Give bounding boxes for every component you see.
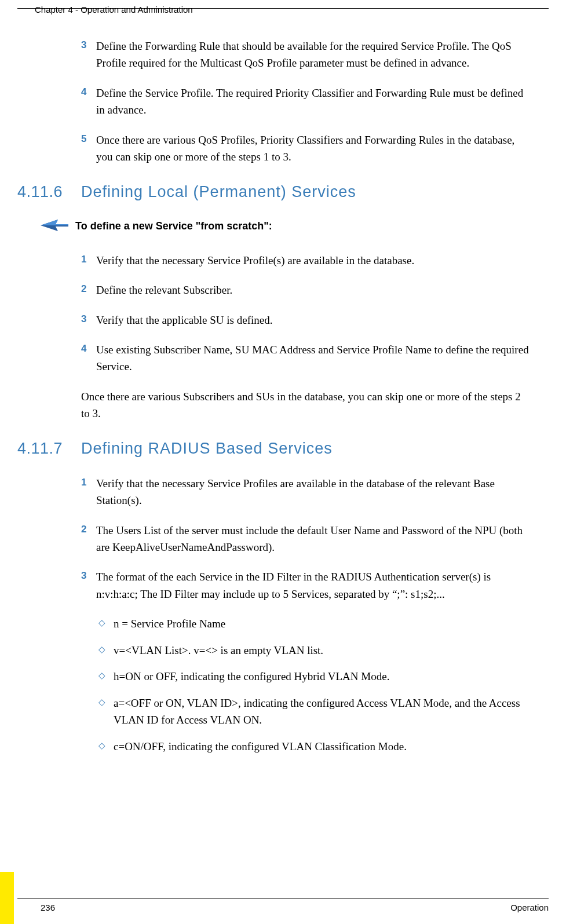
svg-marker-1 <box>41 220 68 225</box>
list-item: 5 Once there are various QoS Profiles, P… <box>17 132 531 166</box>
sub-list-item: ◇ v=<VLAN List>. v=<> is an empty VLAN l… <box>98 642 531 659</box>
paragraph: Once there are various Subscribers and S… <box>81 388 531 422</box>
sub-list-text: c=ON/OFF, indicating the configured VLAN… <box>114 738 407 755</box>
sub-list-text: a=<OFF or ON, VLAN ID>, indicating the c… <box>114 695 531 729</box>
list-number: 4 <box>81 341 96 375</box>
diamond-bullet-icon: ◇ <box>98 668 114 685</box>
diamond-bullet-icon: ◇ <box>98 738 114 755</box>
list-item: 1 Verify that the necessary Service Prof… <box>17 475 531 509</box>
list-number: 5 <box>81 132 96 166</box>
section-number: 4.11.7 <box>17 440 81 458</box>
page-header: Chapter 4 - Operation and Administration <box>17 0 549 9</box>
sub-list-item: ◇ n = Service Profile Name <box>98 615 531 632</box>
list-number: 1 <box>81 252 96 269</box>
list-item: 1 Verify that the necessary Service Prof… <box>17 252 531 269</box>
section-number: 4.11.6 <box>17 183 81 201</box>
diamond-bullet-icon: ◇ <box>98 695 114 729</box>
diamond-bullet-icon: ◇ <box>98 615 114 632</box>
list-item: 4 Define the Service Profile. The requir… <box>17 85 531 119</box>
section-heading-4-11-7: 4.11.7 Defining RADIUS Based Services <box>17 440 531 458</box>
sub-list-text: h=ON or OFF, indicating the configured H… <box>114 668 389 685</box>
sub-list-item: ◇ c=ON/OFF, indicating the configured VL… <box>98 738 531 755</box>
section-heading-4-11-6: 4.11.6 Defining Local (Permanent) Servic… <box>17 183 531 201</box>
list-item: 4 Use existing Subscriber Name, SU MAC A… <box>17 341 531 375</box>
arrow-icon <box>41 218 75 235</box>
section-title: Defining RADIUS Based Services <box>81 440 333 458</box>
page-content: 3 Define the Forwarding Rule that should… <box>0 14 566 755</box>
section-title: Defining Local (Permanent) Services <box>81 183 356 201</box>
list-text: Verify that the applicable SU is defined… <box>96 312 531 328</box>
sub-list-text: v=<VLAN List>. v=<> is an empty VLAN lis… <box>114 642 323 659</box>
list-number: 2 <box>81 522 96 556</box>
footer-label: Operation <box>510 903 549 912</box>
list-number: 2 <box>81 282 96 298</box>
list-number: 4 <box>81 85 96 119</box>
list-item: 3 The format of the each Service in the … <box>17 568 531 602</box>
sub-list-item: ◇ a=<OFF or ON, VLAN ID>, indicating the… <box>98 695 531 729</box>
diamond-bullet-icon: ◇ <box>98 642 114 659</box>
callout-text: To define a new Service "from scratch": <box>75 220 272 232</box>
list-item: 2 The Users List of the server must incl… <box>17 522 531 556</box>
list-text: The Users List of the server must includ… <box>96 522 531 556</box>
list-text: Once there are various QoS Profiles, Pri… <box>96 132 531 166</box>
list-text: Define the Forwarding Rule that should b… <box>96 38 531 72</box>
page-footer: 236 Operation <box>17 899 549 912</box>
callout-box: To define a new Service "from scratch": <box>41 218 531 235</box>
corner-decoration <box>0 872 23 924</box>
list-text: Verify that the necessary Service Profil… <box>96 475 531 509</box>
list-item: 3 Verify that the applicable SU is defin… <box>17 312 531 328</box>
sub-list-item: ◇ h=ON or OFF, indicating the configured… <box>98 668 531 685</box>
list-item: 2 Define the relevant Subscriber. <box>17 282 531 298</box>
list-number: 3 <box>81 38 96 72</box>
sub-list-text: n = Service Profile Name <box>114 615 225 632</box>
list-text: Verify that the necessary Service Profil… <box>96 252 531 269</box>
list-number: 3 <box>81 312 96 328</box>
list-number: 3 <box>81 568 96 602</box>
list-item: 3 Define the Forwarding Rule that should… <box>17 38 531 72</box>
chapter-title: Chapter 4 - Operation and Administration <box>35 5 193 14</box>
list-text: Define the Service Profile. The required… <box>96 85 531 119</box>
list-text: The format of the each Service in the ID… <box>96 568 531 602</box>
list-text: Define the relevant Subscriber. <box>96 282 531 298</box>
list-text: Use existing Subscriber Name, SU MAC Add… <box>96 341 531 375</box>
list-number: 1 <box>81 475 96 509</box>
